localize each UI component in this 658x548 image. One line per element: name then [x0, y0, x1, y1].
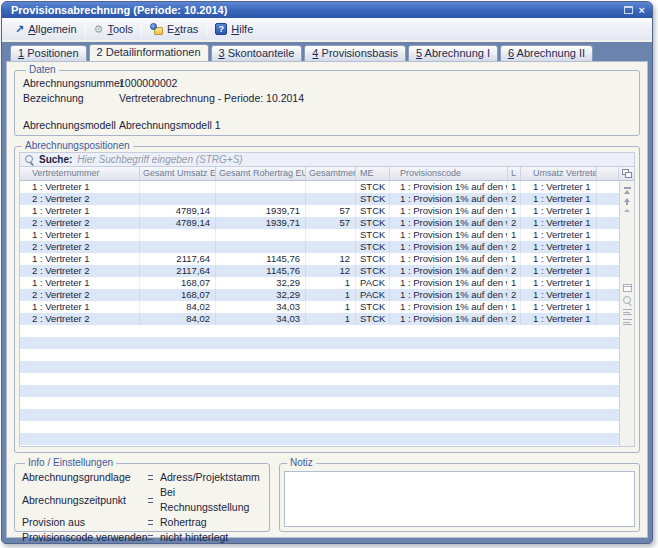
cell: STCK	[356, 229, 390, 241]
list-view-alt-icon[interactable]	[623, 319, 632, 325]
toolbar-button-allgemein[interactable]: ↗ Allgemein	[10, 21, 82, 37]
grid-header: Vertreternummer Gesamt Umsatz EUR Gesamt…	[20, 167, 634, 181]
tab-provisionsbasis[interactable]: 4 Provisionsbasis	[304, 45, 406, 61]
info-value-provision-aus: Rohertrag	[160, 515, 207, 530]
cell: 1 : Provision 1% auf den ve	[390, 277, 508, 289]
table-row[interactable]: 2 : Vertreter 284,0234,031STCK1 : Provis…	[20, 313, 619, 325]
cell: 1 : Vertreter 1	[521, 253, 597, 265]
cell: 2 : Vertreter 2	[20, 217, 140, 229]
empty-row	[20, 409, 619, 421]
tab-strip: 1 Positionen 2 Detailinformationen 3 Sko…	[2, 42, 652, 61]
cell: 1	[306, 289, 356, 301]
list-view-icon[interactable]	[623, 309, 632, 315]
column-header-vertreternummer[interactable]: Vertreternummer	[20, 167, 140, 180]
column-header-gesamt-umsatz[interactable]: Gesamt Umsatz EUR	[140, 167, 216, 180]
cell-filler	[597, 193, 619, 205]
cell-filler	[597, 313, 619, 325]
cell: 1 : Vertreter 1	[20, 181, 140, 193]
cell: 12	[306, 253, 356, 265]
table-row[interactable]: 1 : Vertreter 184,0234,031STCK1 : Provis…	[20, 301, 619, 313]
toolbar-button-extras[interactable]: Extras	[145, 21, 203, 37]
tab-abrechnung-2[interactable]: 6 Abrechnung II	[500, 45, 593, 61]
cell: 57	[306, 205, 356, 217]
main-toolbar: ↗ Allgemein ⚙ Tools Extras ? Hilfe	[2, 18, 652, 42]
tab-positionen[interactable]: 1 Positionen	[10, 45, 87, 61]
column-header-provisionscode[interactable]: Provisionscode	[390, 167, 508, 180]
cell: STCK	[356, 313, 390, 325]
cell: 57	[306, 217, 356, 229]
search-input[interactable]	[77, 154, 629, 165]
cell: STCK	[356, 205, 390, 217]
column-chooser-button[interactable]	[618, 167, 634, 180]
cell: 1 : Vertreter 1	[521, 181, 597, 193]
table-row[interactable]: 1 : Vertreter 12117,641145,7612STCK1 : P…	[20, 253, 619, 265]
zoom-icon[interactable]	[623, 296, 632, 305]
daten-groupbox: Daten Abrechnungsnummer 1000000002 Bezei…	[14, 65, 640, 136]
empty-row	[20, 433, 619, 445]
cell	[140, 241, 216, 253]
field-value-abrechnungsmodell: Abrechnungsmodell 1	[119, 118, 221, 133]
abrechnungspositionen-caption: Abrechnungspositionen	[22, 141, 133, 151]
table-row[interactable]: 1 : Vertreter 14789,141939,7157STCK1 : P…	[20, 205, 619, 217]
table-row[interactable]: 2 : Vertreter 24789,141939,7157STCK1 : P…	[20, 217, 619, 229]
cell	[216, 193, 306, 205]
gear-icon: ⚙	[94, 24, 104, 35]
bullet-icon	[148, 535, 153, 540]
card-view-icon[interactable]	[623, 284, 632, 292]
cell: 2 : Vertreter 2	[20, 289, 140, 301]
bullet-icon	[148, 475, 153, 480]
cell-filler	[597, 241, 619, 253]
notiz-textarea[interactable]	[284, 471, 635, 527]
cell: STCK	[356, 241, 390, 253]
cell: 1 : Vertreter 1	[521, 289, 597, 301]
cell: 84,02	[140, 301, 216, 313]
cell: 1 : Vertreter 1	[20, 205, 140, 217]
cell: 1145,76	[216, 253, 306, 265]
table-row[interactable]: 2 : Vertreter 2STCK1 : Provision 1% auf …	[20, 193, 619, 205]
toolbar-button-tools[interactable]: ⚙ Tools	[89, 21, 139, 37]
close-icon[interactable]: ×	[639, 5, 645, 16]
search-bar: Suche:	[19, 152, 635, 167]
table-row[interactable]: 2 : Vertreter 2STCK1 : Provision 1% auf …	[20, 241, 619, 253]
cell: 1	[306, 313, 356, 325]
cell-filler	[597, 253, 619, 265]
column-header-gesamt-rohertrag[interactable]: Gesamt Rohertrag EUR	[216, 167, 306, 180]
tab-abrechnung-1[interactable]: 5 Abrechnung I	[408, 45, 498, 61]
empty-row	[20, 385, 619, 397]
scroll-up-icon[interactable]	[624, 198, 630, 205]
table-row[interactable]: 1 : Vertreter 1168,0732,291PACK1 : Provi…	[20, 277, 619, 289]
cell	[306, 229, 356, 241]
toolbar-label-extras: Extras	[167, 23, 198, 35]
table-row[interactable]: 2 : Vertreter 22117,641145,7612STCK1 : P…	[20, 265, 619, 277]
scroll-up-small-icon[interactable]	[624, 209, 630, 212]
restore-icon[interactable]	[624, 6, 633, 14]
table-row[interactable]: 2 : Vertreter 2168,0732,291PACK1 : Provi…	[20, 289, 619, 301]
cell-filler	[597, 289, 619, 301]
cell: 84,02	[140, 313, 216, 325]
cell: 168,07	[140, 289, 216, 301]
column-header-gesamtmenge[interactable]: Gesamtmenge	[306, 167, 356, 180]
cell-filler	[597, 181, 619, 193]
column-header-umsatz-vertreter[interactable]: Umsatz Vertreter	[521, 167, 597, 180]
cell: 1 : Provision 1% auf den ve	[390, 289, 508, 301]
toolbar-separator	[206, 21, 207, 37]
cell: 1 : Provision 1% auf den ve	[390, 193, 508, 205]
column-header-l[interactable]: L	[508, 167, 521, 180]
tab-detailinformationen[interactable]: 2 Detailinformationen	[89, 44, 209, 61]
toolbar-button-hilfe[interactable]: ? Hilfe	[210, 21, 258, 37]
tab-skontoanteile[interactable]: 3 Skontoanteile	[211, 45, 303, 61]
bottom-section: Info / Einstellungen Abrechnungsgrundlag…	[14, 458, 640, 532]
scroll-to-top-icon[interactable]	[624, 187, 631, 194]
grid-body: 1 : Vertreter 1STCK1 : Provision 1% auf …	[20, 181, 634, 446]
cell: 1 : Vertreter 1	[521, 241, 597, 253]
cell: 2117,64	[140, 253, 216, 265]
cell: STCK	[356, 265, 390, 277]
cell: 2	[508, 217, 521, 229]
column-header-me[interactable]: ME	[356, 167, 390, 180]
table-row[interactable]: 1 : Vertreter 1STCK1 : Provision 1% auf …	[20, 181, 619, 193]
column-chooser-icon	[622, 169, 632, 178]
arrow-up-right-icon: ↗	[15, 24, 24, 35]
cell: 1939,71	[216, 205, 306, 217]
column-header-filler	[597, 167, 618, 180]
table-row[interactable]: 1 : Vertreter 1STCK1 : Provision 1% auf …	[20, 229, 619, 241]
